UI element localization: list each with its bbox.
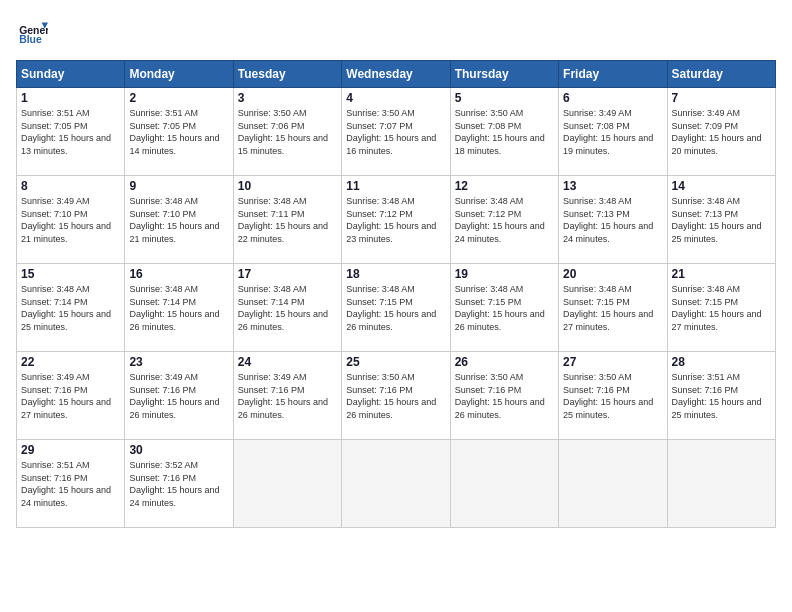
day-number: 2 (129, 91, 228, 105)
day-info: Sunrise: 3:48 AM Sunset: 7:12 PM Dayligh… (455, 195, 554, 245)
calendar-day-cell: 18Sunrise: 3:48 AM Sunset: 7:15 PM Dayli… (342, 264, 450, 352)
calendar-week-row: 8Sunrise: 3:49 AM Sunset: 7:10 PM Daylig… (17, 176, 776, 264)
day-number: 9 (129, 179, 228, 193)
calendar-day-cell: 9Sunrise: 3:48 AM Sunset: 7:10 PM Daylig… (125, 176, 233, 264)
calendar-day-cell: 13Sunrise: 3:48 AM Sunset: 7:13 PM Dayli… (559, 176, 667, 264)
calendar-day-cell: 23Sunrise: 3:49 AM Sunset: 7:16 PM Dayli… (125, 352, 233, 440)
day-number: 23 (129, 355, 228, 369)
day-number: 28 (672, 355, 771, 369)
day-info: Sunrise: 3:48 AM Sunset: 7:14 PM Dayligh… (21, 283, 120, 333)
calendar-day-cell: 8Sunrise: 3:49 AM Sunset: 7:10 PM Daylig… (17, 176, 125, 264)
calendar-day-cell: 20Sunrise: 3:48 AM Sunset: 7:15 PM Dayli… (559, 264, 667, 352)
calendar-day-cell: 19Sunrise: 3:48 AM Sunset: 7:15 PM Dayli… (450, 264, 558, 352)
calendar-day-cell: 4Sunrise: 3:50 AM Sunset: 7:07 PM Daylig… (342, 88, 450, 176)
calendar-week-row: 29Sunrise: 3:51 AM Sunset: 7:16 PM Dayli… (17, 440, 776, 528)
day-info: Sunrise: 3:49 AM Sunset: 7:10 PM Dayligh… (21, 195, 120, 245)
calendar-day-cell: 14Sunrise: 3:48 AM Sunset: 7:13 PM Dayli… (667, 176, 775, 264)
day-number: 24 (238, 355, 337, 369)
day-info: Sunrise: 3:48 AM Sunset: 7:14 PM Dayligh… (129, 283, 228, 333)
day-info: Sunrise: 3:48 AM Sunset: 7:10 PM Dayligh… (129, 195, 228, 245)
day-info: Sunrise: 3:48 AM Sunset: 7:15 PM Dayligh… (563, 283, 662, 333)
day-of-week-header: Monday (125, 61, 233, 88)
day-info: Sunrise: 3:50 AM Sunset: 7:07 PM Dayligh… (346, 107, 445, 157)
day-number: 6 (563, 91, 662, 105)
calendar-day-cell (342, 440, 450, 528)
day-number: 18 (346, 267, 445, 281)
calendar-day-cell: 3Sunrise: 3:50 AM Sunset: 7:06 PM Daylig… (233, 88, 341, 176)
day-of-week-header: Friday (559, 61, 667, 88)
day-of-week-header: Thursday (450, 61, 558, 88)
day-number: 5 (455, 91, 554, 105)
day-info: Sunrise: 3:49 AM Sunset: 7:16 PM Dayligh… (21, 371, 120, 421)
calendar-day-cell (667, 440, 775, 528)
calendar-day-cell: 2Sunrise: 3:51 AM Sunset: 7:05 PM Daylig… (125, 88, 233, 176)
day-number: 29 (21, 443, 120, 457)
calendar-day-cell (233, 440, 341, 528)
day-number: 7 (672, 91, 771, 105)
calendar-week-row: 22Sunrise: 3:49 AM Sunset: 7:16 PM Dayli… (17, 352, 776, 440)
day-number: 12 (455, 179, 554, 193)
day-number: 22 (21, 355, 120, 369)
calendar-day-cell: 30Sunrise: 3:52 AM Sunset: 7:16 PM Dayli… (125, 440, 233, 528)
calendar-day-cell: 15Sunrise: 3:48 AM Sunset: 7:14 PM Dayli… (17, 264, 125, 352)
day-info: Sunrise: 3:48 AM Sunset: 7:13 PM Dayligh… (672, 195, 771, 245)
day-number: 19 (455, 267, 554, 281)
day-number: 21 (672, 267, 771, 281)
calendar-day-cell: 16Sunrise: 3:48 AM Sunset: 7:14 PM Dayli… (125, 264, 233, 352)
calendar-day-cell: 29Sunrise: 3:51 AM Sunset: 7:16 PM Dayli… (17, 440, 125, 528)
logo: General Blue (16, 16, 48, 48)
day-info: Sunrise: 3:49 AM Sunset: 7:16 PM Dayligh… (238, 371, 337, 421)
day-info: Sunrise: 3:48 AM Sunset: 7:14 PM Dayligh… (238, 283, 337, 333)
day-number: 10 (238, 179, 337, 193)
day-info: Sunrise: 3:48 AM Sunset: 7:15 PM Dayligh… (455, 283, 554, 333)
calendar-day-cell: 1Sunrise: 3:51 AM Sunset: 7:05 PM Daylig… (17, 88, 125, 176)
day-info: Sunrise: 3:50 AM Sunset: 7:16 PM Dayligh… (346, 371, 445, 421)
calendar-day-cell (450, 440, 558, 528)
calendar-day-cell: 7Sunrise: 3:49 AM Sunset: 7:09 PM Daylig… (667, 88, 775, 176)
day-of-week-header: Tuesday (233, 61, 341, 88)
calendar-day-cell (559, 440, 667, 528)
calendar-week-row: 1Sunrise: 3:51 AM Sunset: 7:05 PM Daylig… (17, 88, 776, 176)
calendar-day-cell: 21Sunrise: 3:48 AM Sunset: 7:15 PM Dayli… (667, 264, 775, 352)
day-of-week-header: Wednesday (342, 61, 450, 88)
day-info: Sunrise: 3:50 AM Sunset: 7:16 PM Dayligh… (455, 371, 554, 421)
day-number: 20 (563, 267, 662, 281)
page-header: General Blue (16, 16, 776, 48)
calendar-body: 1Sunrise: 3:51 AM Sunset: 7:05 PM Daylig… (17, 88, 776, 528)
day-of-week-header: Sunday (17, 61, 125, 88)
calendar-day-cell: 28Sunrise: 3:51 AM Sunset: 7:16 PM Dayli… (667, 352, 775, 440)
day-info: Sunrise: 3:52 AM Sunset: 7:16 PM Dayligh… (129, 459, 228, 509)
day-number: 17 (238, 267, 337, 281)
day-info: Sunrise: 3:50 AM Sunset: 7:08 PM Dayligh… (455, 107, 554, 157)
day-number: 14 (672, 179, 771, 193)
calendar-day-cell: 17Sunrise: 3:48 AM Sunset: 7:14 PM Dayli… (233, 264, 341, 352)
day-info: Sunrise: 3:49 AM Sunset: 7:16 PM Dayligh… (129, 371, 228, 421)
day-number: 3 (238, 91, 337, 105)
calendar-header: SundayMondayTuesdayWednesdayThursdayFrid… (17, 61, 776, 88)
calendar-day-cell: 25Sunrise: 3:50 AM Sunset: 7:16 PM Dayli… (342, 352, 450, 440)
calendar-day-cell: 11Sunrise: 3:48 AM Sunset: 7:12 PM Dayli… (342, 176, 450, 264)
day-info: Sunrise: 3:51 AM Sunset: 7:16 PM Dayligh… (672, 371, 771, 421)
calendar-day-cell: 26Sunrise: 3:50 AM Sunset: 7:16 PM Dayli… (450, 352, 558, 440)
svg-text:Blue: Blue (19, 34, 42, 45)
day-number: 16 (129, 267, 228, 281)
day-number: 26 (455, 355, 554, 369)
day-number: 30 (129, 443, 228, 457)
calendar-day-cell: 5Sunrise: 3:50 AM Sunset: 7:08 PM Daylig… (450, 88, 558, 176)
day-of-week-header: Saturday (667, 61, 775, 88)
calendar-day-cell: 22Sunrise: 3:49 AM Sunset: 7:16 PM Dayli… (17, 352, 125, 440)
calendar-day-cell: 6Sunrise: 3:49 AM Sunset: 7:08 PM Daylig… (559, 88, 667, 176)
day-info: Sunrise: 3:49 AM Sunset: 7:09 PM Dayligh… (672, 107, 771, 157)
day-info: Sunrise: 3:49 AM Sunset: 7:08 PM Dayligh… (563, 107, 662, 157)
logo-icon: General Blue (16, 16, 48, 48)
calendar-day-cell: 10Sunrise: 3:48 AM Sunset: 7:11 PM Dayli… (233, 176, 341, 264)
day-info: Sunrise: 3:48 AM Sunset: 7:13 PM Dayligh… (563, 195, 662, 245)
day-info: Sunrise: 3:51 AM Sunset: 7:16 PM Dayligh… (21, 459, 120, 509)
day-info: Sunrise: 3:51 AM Sunset: 7:05 PM Dayligh… (129, 107, 228, 157)
day-number: 15 (21, 267, 120, 281)
calendar-day-cell: 24Sunrise: 3:49 AM Sunset: 7:16 PM Dayli… (233, 352, 341, 440)
calendar-table: SundayMondayTuesdayWednesdayThursdayFrid… (16, 60, 776, 528)
calendar-day-cell: 27Sunrise: 3:50 AM Sunset: 7:16 PM Dayli… (559, 352, 667, 440)
day-number: 27 (563, 355, 662, 369)
day-number: 13 (563, 179, 662, 193)
